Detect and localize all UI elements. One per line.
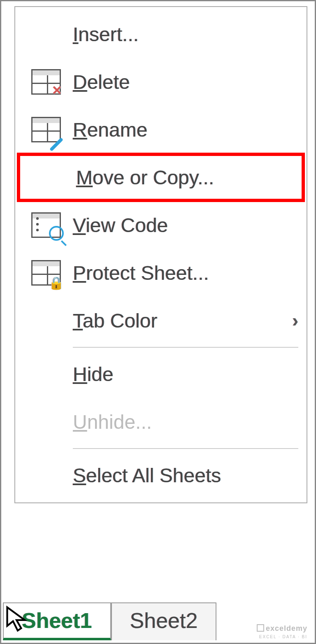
menu-item-move-or-copy[interactable]: Move or Copy... — [17, 153, 305, 202]
menu-separator — [73, 347, 298, 348]
menu-label: Tab Color — [73, 309, 292, 332]
menu-label: View Code — [73, 214, 298, 237]
menu-item-insert[interactable]: Insert... — [15, 10, 307, 58]
menu-label: Select All Sheets — [73, 464, 298, 487]
view-code-icon — [19, 212, 73, 238]
menu-item-view-code[interactable]: View Code — [15, 201, 307, 249]
menu-label: Protect Sheet... — [73, 262, 298, 284]
menu-label: Insert... — [73, 23, 298, 46]
menu-item-protect-sheet[interactable]: Protect Sheet... — [15, 249, 307, 297]
menu-separator — [73, 448, 298, 449]
protect-sheet-icon — [19, 260, 73, 286]
menu-label: Unhide... — [73, 411, 298, 433]
sheet-tab-context-menu: Insert... Delete Rename Move or Copy... … — [14, 6, 307, 503]
menu-label: Hide — [73, 363, 298, 386]
menu-label: Rename — [73, 119, 298, 141]
menu-item-hide[interactable]: Hide — [15, 350, 307, 398]
watermark: exceldemy EXCEL · DATA · BI — [257, 623, 307, 639]
mouse-cursor-icon — [4, 605, 32, 633]
delete-sheet-icon — [19, 69, 73, 95]
sheet-tab[interactable]: Sheet2 — [111, 602, 217, 640]
menu-item-select-all-sheets[interactable]: Select All Sheets — [15, 451, 307, 499]
menu-item-rename[interactable]: Rename — [15, 106, 307, 153]
menu-item-tab-color[interactable]: Tab Color › — [15, 297, 307, 344]
submenu-arrow-icon: › — [292, 310, 298, 331]
menu-item-unhide: Unhide... — [15, 398, 307, 446]
menu-item-delete[interactable]: Delete — [15, 58, 307, 106]
menu-label: Delete — [73, 71, 298, 93]
rename-sheet-icon — [19, 117, 73, 142]
menu-label: Move or Copy... — [76, 166, 293, 189]
